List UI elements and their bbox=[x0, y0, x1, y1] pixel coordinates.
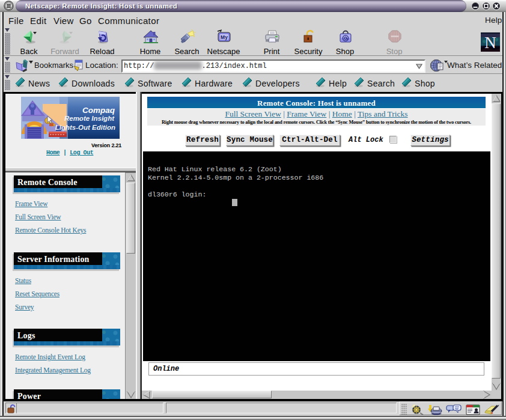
svg-text:Remote Insight: Remote Insight bbox=[64, 115, 115, 122]
svg-text:Compaq: Compaq bbox=[82, 106, 115, 115]
svg-text:Lights-Out Edition: Lights-Out Edition bbox=[55, 124, 115, 131]
svg-text:N: N bbox=[484, 34, 496, 52]
svg-text:My: My bbox=[221, 34, 228, 40]
